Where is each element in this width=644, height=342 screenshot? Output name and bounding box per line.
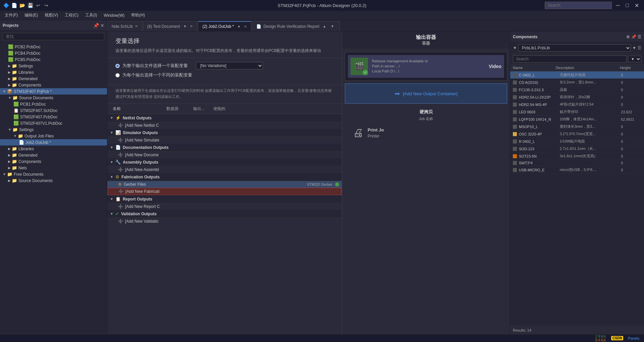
comp-item-hdr254-22[interactable]: HDR2.54-LI-2X22P 双排排针，20x2脚 0 — [510, 94, 644, 101]
tree-libs2[interactable]: ▶ 📁 Libraries — [0, 146, 107, 152]
expand-arrow[interactable]: ▼ — [13, 134, 17, 138]
section-header-netlist[interactable]: ▼ ⚡ Netlist Outputs — [107, 114, 342, 122]
tab-close-button[interactable]: ✕ — [244, 24, 247, 29]
menu-help[interactable]: 帮助(H) — [128, 11, 148, 19]
menu-window[interactable]: Window(W) — [100, 12, 128, 19]
expand-arrow[interactable]: ▼ — [8, 96, 11, 100]
comp-item-lqfp100[interactable]: LQFP100 14X14_N 100脚，体宽14x14m... 62.9921 — [510, 116, 644, 123]
tree-source-docs[interactable]: ▼ 📁 Source Documents — [0, 95, 107, 101]
more-icon[interactable]: ☰ — [638, 35, 641, 39]
menu-icon[interactable]: ☰ — [638, 46, 641, 50]
expand-arrow[interactable]: ▶ — [8, 179, 11, 182]
section-header-report[interactable]: ▼ 📋 Report Outputs — [107, 195, 342, 203]
undo-icon[interactable]: ↩ — [35, 2, 42, 9]
tab-job2-outjob[interactable]: (2) Job2.OutJob * ▼ ✕ — [198, 21, 251, 31]
search-options-dropdown[interactable]: ▼ — [628, 56, 641, 62]
tree-free-documents[interactable]: ▼ 📁 Free Documents — [0, 171, 107, 177]
components-search-input[interactable] — [513, 55, 627, 63]
expand-arrow[interactable]: ▶ — [8, 77, 11, 80]
tree-free-source-docs[interactable]: ▶ 📁 Source Documents — [0, 177, 107, 184]
menu-project[interactable]: 工程(C) — [61, 11, 82, 19]
tree-outjobfiles[interactable]: ▼ 📁 Output Job Files — [0, 133, 107, 139]
tree-generated1[interactable]: ▶ 📁 Generated — [0, 75, 107, 82]
tree-stm32v1-pcb[interactable]: 🟩 STM32F407V1.PcbDoc — [0, 120, 107, 126]
add-assembly-item[interactable]: ➕ [Add New Assembl — [107, 166, 342, 173]
tab-scroll-down[interactable]: ▼ — [329, 24, 335, 28]
pin-icon[interactable]: 📌 — [93, 23, 99, 28]
expand-arrow[interactable]: ▼ — [3, 172, 6, 176]
comp-item-swt3x4[interactable]: SWT3*4 0 — [510, 160, 644, 166]
redo-icon[interactable]: ↪ — [43, 2, 50, 9]
expand-arrow[interactable]: ▶ — [8, 70, 11, 74]
comp-item-msop10[interactable]: MSOP10_L 塑封体长3mm，宽3... 0 — [510, 123, 644, 130]
comp-item-r0402[interactable]: R 0402_L 1/16W贴片电阻 0 — [510, 138, 644, 145]
tree-stm32f407-project[interactable]: ▼ 📦 STM32F407.PrjPcb * — [0, 88, 107, 95]
expand-arrow[interactable]: ▶ — [8, 160, 11, 163]
comp-item-cda3216[interactable]: CD A(3216) 长3.2mm，宽1.6mm... 0 — [510, 79, 644, 86]
comp-item-sot235n[interactable]: SOT23-5N 3x1.6x1.1mm(长宽高) 0 — [510, 153, 644, 160]
comp-item-hdr254-ws[interactable]: HDR2.54-WS-4P 4P卧式贴片排针2.54 0 — [510, 101, 644, 108]
add-validation-item[interactable]: ➕ [Add New Validatic — [107, 218, 342, 225]
library-filter-dropdown[interactable]: PcbLib1.PcbLib — [518, 44, 631, 52]
tree-settings2[interactable]: ▼ 📁 Settings — [0, 126, 107, 133]
tab-close-button[interactable]: ✕ — [135, 24, 138, 28]
tree-pcb5[interactable]: 🟩 PCB5.PcbDoc — [0, 56, 107, 63]
tab-text-document[interactable]: (8) Text Document ▼ ✕ — [143, 21, 198, 31]
expand-arrow[interactable]: ▶ — [8, 166, 11, 170]
pin-icon[interactable]: 📌 — [631, 35, 636, 39]
tree-pcb2[interactable]: 🟩 PCB2.PcbDoc — [0, 44, 107, 50]
comp-item-osc3225[interactable]: OSC 3225-4P 3.2*2.5*0.7mm(宽宽... 0 — [510, 130, 644, 138]
menu-view[interactable]: 视图(V) — [41, 11, 61, 19]
close-button[interactable]: ✕ — [632, 1, 641, 10]
tree-job2-outjob[interactable]: 📄 Job2.OutJob * — [0, 139, 107, 146]
gerber-files-item[interactable]: ⚙ Gerber Files STM32I Gerber — [107, 181, 342, 188]
filter-icon[interactable]: ⚙ — [626, 35, 630, 39]
panels-button[interactable]: Panels — [626, 336, 641, 340]
tab-design-rule[interactable]: 📄 Design Rule Verification Report ▲ ▼ — [252, 21, 340, 31]
tree-stm32-pcb[interactable]: 🟩 STM32F407.PcbDoc — [0, 114, 107, 120]
tree-components1[interactable]: ▶ 📁 Components — [0, 82, 107, 88]
expand-arrow[interactable]: ▶ — [8, 147, 11, 151]
expand-arrow[interactable]: ▶ — [8, 153, 11, 157]
open-icon[interactable]: 📂 — [19, 2, 25, 9]
maximize-button[interactable]: □ — [623, 1, 632, 10]
menu-tools[interactable]: 工具(I) — [82, 11, 100, 19]
tree-settings1[interactable]: ▶ 📁 Settings — [0, 63, 107, 69]
section-header-validation[interactable]: ▼ ✔ Validation Outputs — [107, 210, 342, 218]
tree-pcb1[interactable]: 🟩 PCB1.PcbDoc — [0, 101, 107, 107]
section-header-simulator[interactable]: ▼ 📊 Simulator Outputs — [107, 129, 342, 137]
variation-dropdown[interactable]: [No Variations] — [196, 62, 263, 69]
add-simulator-item[interactable]: ➕ [Add New Simulate — [107, 137, 342, 144]
menu-file[interactable]: 文件(F) — [1, 11, 21, 19]
expand-arrow[interactable]: ▶ — [8, 64, 11, 68]
add-new-container-button[interactable]: ➡ [Add New Output Container] — [345, 83, 507, 104]
tree-generated2[interactable]: ▶ 📁 Generated — [0, 152, 107, 158]
radio-all-outputs[interactable] — [115, 64, 120, 68]
save-icon[interactable]: 💾 — [27, 2, 34, 9]
comp-item-c0402l[interactable]: C 0402_L 无极性贴片电容 0 — [510, 71, 644, 79]
global-search-input[interactable] — [545, 2, 612, 9]
add-report-item[interactable]: ➕ [Add New Report C — [107, 203, 342, 210]
section-header-documentation[interactable]: ▼ 📄 Documentation Outputs — [107, 144, 342, 152]
tab-close-button[interactable]: ✕ — [190, 24, 193, 28]
add-documentation-item[interactable]: ➕ [Add New Docume — [107, 152, 342, 158]
section-header-assembly[interactable]: ▼ 🔧 Assembly Outputs — [107, 158, 342, 166]
projects-search-input[interactable] — [3, 33, 104, 40]
comp-item-fc135[interactable]: FC135-3.2X1.5 晶振 0 — [510, 86, 644, 94]
new-icon[interactable]: 📄 — [11, 2, 17, 9]
tree-stm32-sch[interactable]: 📋 STM32F407.SchDoc — [0, 107, 107, 114]
expand-arrow[interactable]: ▼ — [3, 90, 6, 93]
tab-scroll-up[interactable]: ▲ — [321, 24, 327, 28]
close-panel-icon[interactable]: ✕ — [100, 23, 104, 28]
comp-item-sod123[interactable]: SOD-123 2.7x1.6X1.1mm（长... 0 — [510, 145, 644, 153]
tree-components2[interactable]: ▶ 📁 Components — [0, 158, 107, 165]
tree-nets[interactable]: ▶ 📁 Nets — [0, 165, 107, 171]
comp-item-led0603[interactable]: LED 0603 贴片带丝印 23.622 — [510, 108, 644, 116]
minimize-button[interactable]: ─ — [613, 1, 623, 10]
tab-hide-schlib[interactable]: hide.SchLib ✕ — [107, 21, 142, 31]
expand-arrow[interactable]: ▶ — [8, 83, 11, 87]
tree-libs1[interactable]: ▶ 📁 Libraries — [0, 69, 107, 75]
tree-pcb4[interactable]: 🟩 PCB4.PcbDoc — [0, 50, 107, 56]
expand-arrow[interactable]: ▼ — [8, 128, 11, 131]
radio-per-output[interactable] — [115, 73, 120, 77]
